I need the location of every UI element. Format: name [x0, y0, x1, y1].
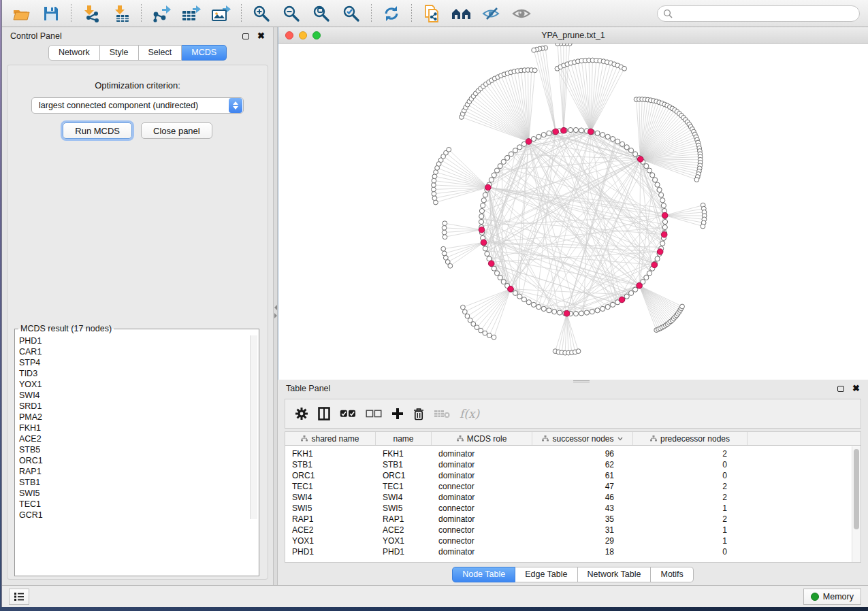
- close-panel-button[interactable]: Close panel: [141, 122, 212, 139]
- network-node[interactable]: [501, 159, 506, 164]
- select-all-rows-button[interactable]: [340, 403, 356, 424]
- network-node[interactable]: [650, 173, 655, 178]
- open-file-button[interactable]: [7, 2, 35, 25]
- network-node[interactable]: [498, 163, 502, 168]
- mcds-result-item[interactable]: RAP1: [19, 466, 259, 477]
- network-node[interactable]: [573, 311, 578, 316]
- network-node[interactable]: [579, 128, 583, 133]
- network-canvas[interactable]: [278, 44, 868, 380]
- network-node[interactable]: [489, 178, 494, 182]
- show-all-button[interactable]: [508, 2, 535, 25]
- close-table-panel-icon[interactable]: ✖: [852, 385, 860, 392]
- column-header-successor-nodes[interactable]: successor nodes: [532, 432, 633, 445]
- memory-button[interactable]: Memory: [803, 589, 861, 605]
- satellite-node[interactable]: [447, 147, 451, 152]
- network-node[interactable]: [513, 148, 517, 153]
- network-node[interactable]: [660, 241, 665, 246]
- network-node[interactable]: [494, 168, 499, 173]
- network-node[interactable]: [628, 291, 633, 295]
- panel-splitter[interactable]: [273, 27, 278, 585]
- mcds-hub-node[interactable]: [485, 184, 492, 191]
- tab-motifs[interactable]: Motifs: [651, 567, 693, 582]
- satellite-node[interactable]: [443, 221, 447, 226]
- table-row[interactable]: SWI5SWI5connector431: [285, 503, 861, 514]
- mcds-result-item[interactable]: STB5: [19, 444, 259, 455]
- network-node[interactable]: [610, 137, 615, 142]
- network-node[interactable]: [531, 302, 536, 307]
- satellite-node[interactable]: [492, 335, 496, 340]
- network-node[interactable]: [647, 271, 652, 276]
- network-node[interactable]: [605, 305, 610, 310]
- tab-edge-table[interactable]: Edge Table: [515, 567, 577, 582]
- satellite-node[interactable]: [431, 187, 436, 192]
- zoom-fit-button[interactable]: [308, 2, 335, 25]
- satellite-node[interactable]: [443, 235, 447, 240]
- mcds-hub-node[interactable]: [564, 310, 570, 316]
- mcds-hub-node[interactable]: [637, 156, 643, 163]
- network-node[interactable]: [531, 137, 536, 142]
- mcds-hub-node[interactable]: [661, 231, 667, 237]
- mcds-hub-node[interactable]: [553, 129, 559, 135]
- network-node[interactable]: [644, 275, 649, 280]
- mcds-hub-node[interactable]: [637, 282, 643, 288]
- satellite-node[interactable]: [432, 191, 436, 196]
- network-node[interactable]: [659, 193, 664, 197]
- window-close-traffic-light[interactable]: [285, 31, 293, 39]
- satellite-node[interactable]: [556, 44, 560, 46]
- zoom-out-button[interactable]: [278, 2, 305, 25]
- mcds-result-item[interactable]: STB1: [19, 477, 259, 488]
- network-node[interactable]: [517, 294, 522, 299]
- column-header-name[interactable]: name: [376, 432, 432, 445]
- satellite-node[interactable]: [432, 183, 436, 188]
- deselect-all-rows-button[interactable]: [366, 403, 382, 424]
- mcds-result-item[interactable]: CAR1: [19, 346, 259, 357]
- show-columns-button[interactable]: [318, 403, 330, 424]
- search-input[interactable]: [676, 9, 854, 18]
- mcds-hub-node[interactable]: [526, 139, 532, 145]
- network-node[interactable]: [492, 173, 496, 178]
- mcds-hub-node[interactable]: [657, 249, 663, 255]
- window-minimize-traffic-light[interactable]: [299, 31, 307, 39]
- network-node[interactable]: [657, 187, 662, 192]
- network-node[interactable]: [655, 182, 660, 187]
- satellite-node[interactable]: [432, 174, 437, 179]
- network-node[interactable]: [501, 280, 506, 284]
- network-node[interactable]: [517, 145, 522, 150]
- float-panel-icon[interactable]: [242, 33, 249, 39]
- network-node[interactable]: [568, 127, 573, 132]
- mcds-hub-node[interactable]: [619, 297, 625, 303]
- satellite-node[interactable]: [471, 322, 476, 327]
- mcds-hub-node[interactable]: [488, 261, 494, 267]
- satellite-node[interactable]: [701, 224, 705, 229]
- delete-row-button[interactable]: [413, 403, 424, 424]
- tab-network[interactable]: Network: [48, 45, 100, 61]
- mcds-hub-node[interactable]: [652, 262, 658, 268]
- satellite-node[interactable]: [487, 333, 492, 338]
- table-row[interactable]: FKH1FKH1dominator962: [285, 448, 861, 459]
- network-node[interactable]: [655, 257, 660, 261]
- satellite-node[interactable]: [442, 230, 447, 235]
- network-node[interactable]: [584, 310, 589, 315]
- network-node[interactable]: [600, 306, 605, 311]
- apply-function-button[interactable]: f(x): [460, 407, 479, 420]
- network-node[interactable]: [552, 310, 557, 314]
- table-row[interactable]: YOX1YOX1connector291: [285, 535, 861, 546]
- network-node[interactable]: [483, 193, 487, 197]
- mcds-hub-node[interactable]: [561, 127, 567, 133]
- network-node[interactable]: [615, 139, 620, 144]
- network-node[interactable]: [628, 148, 633, 153]
- task-history-button[interactable]: [9, 589, 29, 605]
- scrollbar-thumb[interactable]: [854, 449, 859, 529]
- network-node[interactable]: [492, 266, 496, 271]
- satellite-node[interactable]: [468, 318, 472, 323]
- network-node[interactable]: [644, 163, 649, 168]
- satellite-node[interactable]: [680, 304, 685, 309]
- satellite-node[interactable]: [442, 225, 447, 230]
- satellite-node[interactable]: [461, 305, 466, 310]
- mcds-result-item[interactable]: SWI4: [19, 390, 259, 401]
- network-node[interactable]: [557, 310, 562, 315]
- satellite-node[interactable]: [475, 325, 479, 330]
- network-node[interactable]: [483, 246, 487, 251]
- zoom-in-button[interactable]: [248, 2, 275, 25]
- tab-node-table[interactable]: Node Table: [452, 567, 515, 582]
